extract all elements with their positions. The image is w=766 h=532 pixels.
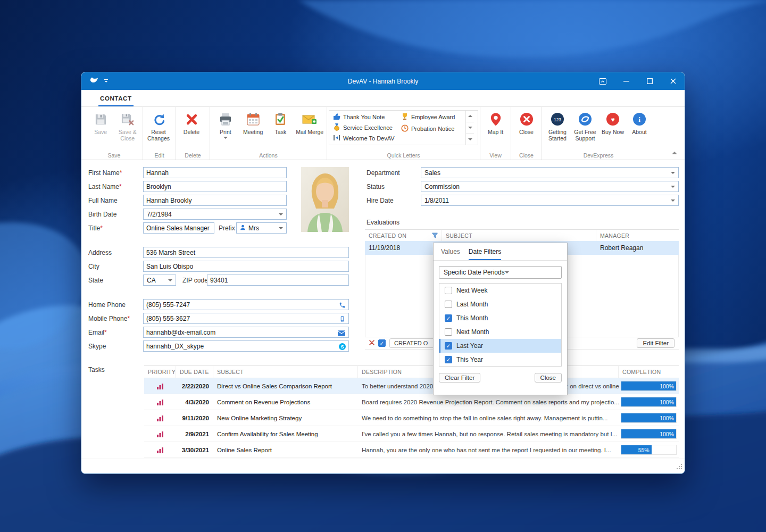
quick-letters-group-caption: Quick Letters [327,152,480,159]
quick-letters-more-button[interactable] [466,134,474,145]
task-row[interactable]: 2/9/2021 Confirm Availability for Sales … [144,426,679,442]
column-subject[interactable]: SUBJECT [442,230,596,242]
date-period-combo[interactable]: Specific Date Periods [439,266,562,279]
close-window-button[interactable] [661,72,685,90]
ribbon-collapse-button[interactable] [672,152,677,154]
quick-letters-scroll-down-button[interactable] [466,122,474,134]
tab-values[interactable]: Values [441,248,460,260]
ribbon-group-edit: Reset Changes Edit [143,107,176,160]
status-combo[interactable]: Commission [421,181,679,192]
title-input[interactable] [143,222,214,234]
address-input[interactable] [143,247,349,258]
delete-icon [186,111,198,127]
column-manager[interactable]: MANAGER [596,230,679,242]
option-next-week[interactable]: Next Week [439,284,561,297]
last-name-input[interactable] [143,181,287,192]
ribbon-display-options-button[interactable] [591,72,614,90]
map-it-button[interactable]: Map It [482,109,509,135]
save-and-close-button[interactable]: Save & Close [114,109,141,142]
option-last-month[interactable]: Last Month [439,297,561,311]
hire-date-combo[interactable]: 1/8/2011 [421,195,679,206]
clear-filter-button[interactable]: Clear Filter [439,373,480,383]
checkbox[interactable] [445,314,452,322]
mobile-phone-input[interactable] [143,313,349,324]
mail-merge-icon [302,111,317,127]
skype-label: Skype [88,343,106,350]
birth-date-combo[interactable]: 7/2/1984 [143,209,287,220]
completion-bar: 100% [621,429,677,439]
quick-letter-service-excellence[interactable]: Service Excellence [330,123,396,132]
column-priority[interactable]: PRIORITY [144,366,176,378]
tab-date-filters[interactable]: Date Filters [469,248,501,260]
column-due-date[interactable]: DUE DATE [176,366,213,378]
minimize-button[interactable] [614,72,638,90]
checkbox[interactable] [445,301,452,308]
priority-bars-icon [144,414,176,421]
city-input[interactable] [143,261,349,272]
print-button[interactable]: Print [212,109,239,139]
prefix-combo[interactable]: Mrs [236,222,287,234]
email-input[interactable] [143,327,349,338]
zip-input[interactable] [207,275,349,286]
quick-letter-thank-you-note[interactable]: Thank You Note [330,113,396,121]
priority-bars-icon [144,383,176,389]
save-group-caption: Save [86,152,143,159]
checkbox[interactable] [445,328,452,336]
edit-filter-button[interactable]: Edit Filter [637,338,675,348]
birth-date-label: Birth Date [88,211,116,218]
option-last-year[interactable]: Last Year [439,339,561,353]
checkbox[interactable] [445,342,452,350]
task-row[interactable]: 4/3/2020 Comment on Revenue Projections … [144,394,679,410]
clear-filter-x-icon[interactable] [369,339,374,347]
close-popup-button[interactable]: Close [535,373,562,383]
quick-letter-probation-notice[interactable]: Probation Notice [398,124,464,133]
save-icon [94,111,107,127]
reset-changes-button[interactable]: Reset Changes [145,109,172,142]
quick-letter-employee-award[interactable]: Employee Award [398,113,464,121]
state-combo[interactable]: CA [143,275,176,286]
tab-contact[interactable]: CONTACT [98,92,134,106]
task-row[interactable]: 2/22/2020 Direct vs Online Sales Compari… [144,378,679,394]
meeting-button[interactable]: Meeting [239,109,267,135]
column-task-subject[interactable]: SUBJECT [213,366,358,378]
task-row[interactable]: 3/30/2021 Online Sales Report Hannah, yo… [144,442,679,458]
task-subject: Confirm Availability for Sales Meeting [213,431,358,437]
checkbox[interactable] [445,287,452,294]
edit-group-caption: Edit [143,152,176,159]
email-label: Email* [88,329,107,336]
skype-input[interactable] [143,340,349,352]
task-button[interactable]: Task [267,109,295,135]
option-this-year[interactable]: This Year [439,353,561,367]
first-name-input[interactable] [143,167,287,178]
filter-enabled-checkbox[interactable] [378,339,386,347]
quick-access-dropdown-icon[interactable] [104,78,109,85]
print-dropdown-icon [223,137,228,139]
department-combo[interactable]: Sales [421,167,679,178]
quick-letters-scroll-up-button[interactable] [466,111,474,122]
option-next-month[interactable]: Next Month [439,325,561,339]
option-this-month[interactable]: This Month [439,311,561,325]
status-label: Status [367,183,385,190]
getting-started-button[interactable]: 123 Getting Started [544,109,571,142]
column-created-on[interactable]: CREATED ON [365,230,442,242]
task-row[interactable]: 9/11/2020 New Online Marketing Strategy … [144,410,679,426]
full-name-input[interactable] [143,195,287,206]
filter-funnel-icon[interactable] [432,232,438,239]
buy-now-button[interactable]: ♥ Buy Now [599,109,627,135]
checkbox[interactable] [445,356,452,363]
quick-letter-welcome[interactable]: Welcome To DevAV [330,134,396,143]
get-free-support-button[interactable]: Get Free Support [571,109,599,142]
delete-button[interactable]: Delete [178,109,205,135]
column-completion[interactable]: COMPLETION [619,366,679,378]
mail-merge-button[interactable]: Mail Merge [294,109,325,135]
close-record-button[interactable]: Close [513,109,540,135]
resize-grip[interactable] [677,464,682,471]
maximize-button[interactable] [638,72,661,90]
titlebar[interactable]: DevAV - Hannah Brookly [81,72,685,90]
evaluations-title: Evaluations [367,219,399,226]
home-phone-input[interactable] [143,299,349,310]
save-button[interactable]: Save [87,109,114,135]
city-label: City [88,263,99,270]
about-button[interactable]: i About [627,109,652,135]
ribbon: Save Save & Close Save [81,107,685,160]
